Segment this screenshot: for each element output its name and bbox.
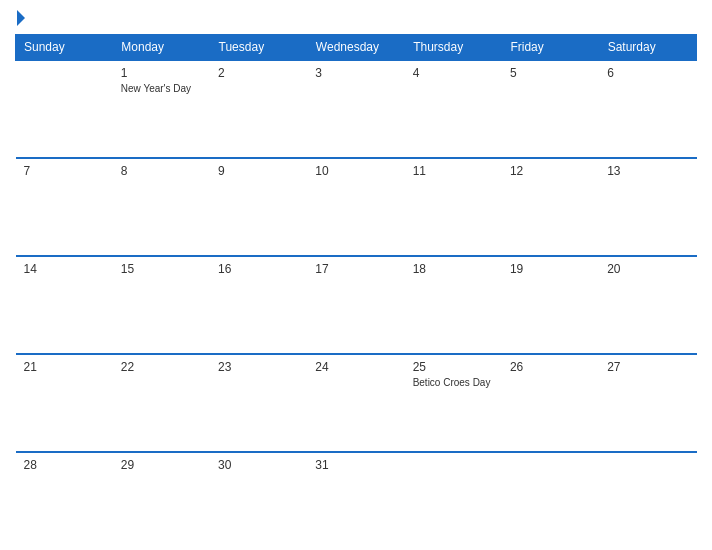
day-number: 22 — [121, 360, 202, 374]
holiday-name: New Year's Day — [121, 83, 202, 94]
calendar-cell: 25Betico Croes Day — [405, 354, 502, 452]
day-number: 4 — [413, 66, 494, 80]
day-number: 3 — [315, 66, 396, 80]
weekday-header-wednesday: Wednesday — [307, 35, 404, 61]
calendar-table: SundayMondayTuesdayWednesdayThursdayFrid… — [15, 34, 697, 540]
calendar-cell: 19 — [502, 256, 599, 354]
calendar-cell: 21 — [16, 354, 113, 452]
week-row-2: 78910111213 — [16, 158, 697, 256]
day-number: 11 — [413, 164, 494, 178]
calendar-cell: 1New Year's Day — [113, 60, 210, 158]
calendar-cell: 28 — [16, 452, 113, 540]
logo — [15, 10, 25, 26]
calendar-cell: 14 — [16, 256, 113, 354]
day-number: 30 — [218, 458, 299, 472]
weekday-header-monday: Monday — [113, 35, 210, 61]
day-number: 21 — [24, 360, 105, 374]
calendar-cell: 17 — [307, 256, 404, 354]
calendar-cell: 30 — [210, 452, 307, 540]
calendar-cell — [599, 452, 696, 540]
day-number: 12 — [510, 164, 591, 178]
holiday-name: Betico Croes Day — [413, 377, 494, 388]
weekday-header-friday: Friday — [502, 35, 599, 61]
day-number: 27 — [607, 360, 688, 374]
day-number: 20 — [607, 262, 688, 276]
day-number: 14 — [24, 262, 105, 276]
calendar-cell: 5 — [502, 60, 599, 158]
day-number: 18 — [413, 262, 494, 276]
day-number: 6 — [607, 66, 688, 80]
calendar-container: SundayMondayTuesdayWednesdayThursdayFrid… — [0, 0, 712, 550]
week-row-1: 1New Year's Day23456 — [16, 60, 697, 158]
calendar-cell: 24 — [307, 354, 404, 452]
week-row-3: 14151617181920 — [16, 256, 697, 354]
calendar-cell: 4 — [405, 60, 502, 158]
calendar-cell: 3 — [307, 60, 404, 158]
calendar-cell: 6 — [599, 60, 696, 158]
week-row-5: 28293031 — [16, 452, 697, 540]
day-number: 28 — [24, 458, 105, 472]
calendar-cell: 15 — [113, 256, 210, 354]
weekday-header-saturday: Saturday — [599, 35, 696, 61]
calendar-cell: 26 — [502, 354, 599, 452]
weekday-header-sunday: Sunday — [16, 35, 113, 61]
weekday-header-thursday: Thursday — [405, 35, 502, 61]
weekday-header-tuesday: Tuesday — [210, 35, 307, 61]
calendar-cell: 11 — [405, 158, 502, 256]
calendar-cell: 23 — [210, 354, 307, 452]
day-number: 9 — [218, 164, 299, 178]
day-number: 25 — [413, 360, 494, 374]
day-number: 7 — [24, 164, 105, 178]
calendar-cell: 20 — [599, 256, 696, 354]
calendar-cell: 12 — [502, 158, 599, 256]
day-number: 16 — [218, 262, 299, 276]
calendar-cell: 22 — [113, 354, 210, 452]
day-number: 13 — [607, 164, 688, 178]
day-number: 8 — [121, 164, 202, 178]
calendar-cell — [502, 452, 599, 540]
day-number: 17 — [315, 262, 396, 276]
day-number: 24 — [315, 360, 396, 374]
calendar-cell — [405, 452, 502, 540]
day-number: 23 — [218, 360, 299, 374]
calendar-cell: 31 — [307, 452, 404, 540]
calendar-header — [15, 10, 697, 26]
week-row-4: 2122232425Betico Croes Day2627 — [16, 354, 697, 452]
day-number: 31 — [315, 458, 396, 472]
calendar-cell: 8 — [113, 158, 210, 256]
day-number: 10 — [315, 164, 396, 178]
day-number: 5 — [510, 66, 591, 80]
day-number: 19 — [510, 262, 591, 276]
calendar-cell: 27 — [599, 354, 696, 452]
calendar-cell: 13 — [599, 158, 696, 256]
day-number: 26 — [510, 360, 591, 374]
day-number: 2 — [218, 66, 299, 80]
day-number: 29 — [121, 458, 202, 472]
calendar-cell — [16, 60, 113, 158]
calendar-cell: 10 — [307, 158, 404, 256]
logo-triangle-icon — [17, 10, 25, 26]
calendar-cell: 16 — [210, 256, 307, 354]
calendar-cell: 9 — [210, 158, 307, 256]
calendar-cell: 18 — [405, 256, 502, 354]
calendar-cell: 7 — [16, 158, 113, 256]
calendar-cell: 2 — [210, 60, 307, 158]
weekday-header-row: SundayMondayTuesdayWednesdayThursdayFrid… — [16, 35, 697, 61]
day-number: 15 — [121, 262, 202, 276]
day-number: 1 — [121, 66, 202, 80]
calendar-cell: 29 — [113, 452, 210, 540]
